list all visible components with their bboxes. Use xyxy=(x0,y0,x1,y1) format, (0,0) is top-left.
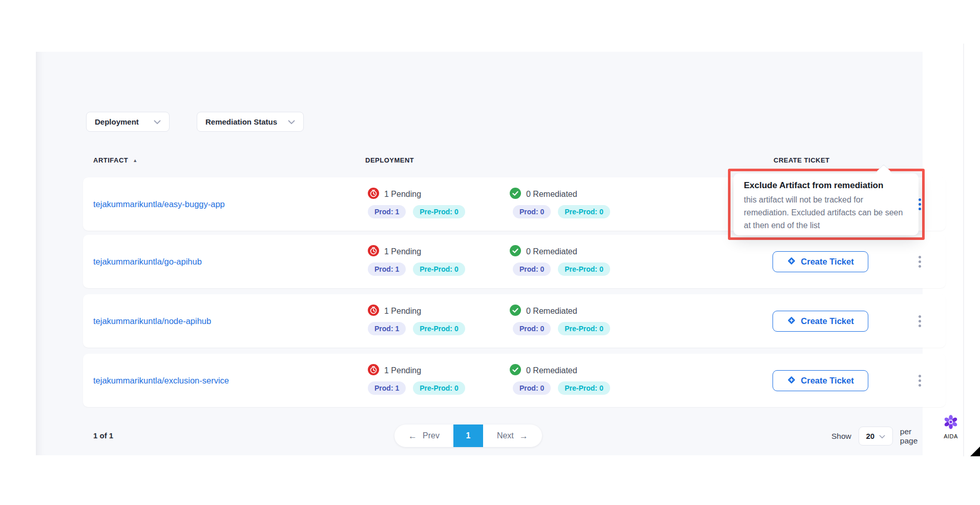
create-ticket-label: Create Ticket xyxy=(801,376,853,386)
page-count-info: 1 of 1 xyxy=(93,431,113,440)
preprod-count-badge: Pre-Prod: 0 xyxy=(413,322,465,335)
pagination-control: ← Prev 1 Next → xyxy=(394,425,542,447)
column-header-create-ticket-label: CREATE TICKET xyxy=(774,156,830,164)
remediated-check-icon xyxy=(510,305,521,318)
sort-ascending-icon: ▲ xyxy=(133,158,137,163)
ticket-diamond-icon xyxy=(787,316,796,327)
show-label: Show xyxy=(831,432,851,441)
tooltip-body: this artifact will not be tracked for re… xyxy=(744,193,908,232)
pending-clock-icon xyxy=(368,364,379,377)
create-ticket-label: Create Ticket xyxy=(801,316,853,326)
page-size-dropdown[interactable]: 20 xyxy=(859,427,893,446)
page-size-value: 20 xyxy=(866,432,874,440)
prod-count-badge: Prod: 1 xyxy=(368,322,406,335)
pending-label: 1 Pending xyxy=(384,366,421,375)
prod-count-badge: Prod: 1 xyxy=(368,381,406,395)
corner-resize-handle-icon xyxy=(970,447,980,456)
artifact-link[interactable]: tejakummarikuntla/node-apihub xyxy=(93,294,211,348)
row-overflow-menu-button[interactable] xyxy=(912,235,927,288)
remediated-status: 0 Remediated xyxy=(510,305,577,318)
artifact-link[interactable]: tejakummarikuntla/go-apihub xyxy=(93,235,202,288)
preprod-count-badge: Pre-Prod: 0 xyxy=(558,381,610,395)
remediation-status-filter-dropdown[interactable]: Remediation Status xyxy=(197,112,304,132)
ticket-diamond-icon xyxy=(787,256,796,268)
prod-count-badge: Prod: 1 xyxy=(368,262,406,276)
remediated-status: 0 Remediated xyxy=(510,188,577,201)
remediated-status: 0 Remediated xyxy=(510,245,577,258)
remediated-label: 0 Remediated xyxy=(526,366,577,375)
prod-count-badge: Prod: 0 xyxy=(513,205,551,218)
chevron-down-icon xyxy=(154,117,161,126)
tooltip-title: Exclude Artifact from remediation xyxy=(744,180,908,191)
preprod-count-badge: Pre-Prod: 0 xyxy=(413,205,465,218)
column-header-deployment-label: DEPLOYMENT xyxy=(365,156,414,164)
pending-clock-icon xyxy=(368,305,379,318)
page: Deployment Remediation Status ARTIFACT ▲… xyxy=(0,0,980,505)
preprod-count-badge: Pre-Prod: 0 xyxy=(558,205,610,218)
artifact-link[interactable]: tejakummarikuntla/exclusion-service xyxy=(93,354,229,407)
active-page-button[interactable]: 1 xyxy=(453,425,483,447)
chevron-down-icon xyxy=(879,432,885,440)
table-row: tejakummarikuntla/go-apihub 1 Pending Pr… xyxy=(83,235,946,288)
preprod-count-badge: Pre-Prod: 0 xyxy=(558,322,610,335)
preprod-count-badge: Pre-Prod: 0 xyxy=(413,262,465,276)
chevron-down-icon xyxy=(288,117,295,126)
prod-count-badge: Prod: 0 xyxy=(513,322,551,335)
create-ticket-label: Create Ticket xyxy=(801,257,853,267)
deployment-filter-label: Deployment xyxy=(95,117,139,126)
scrollbar-track[interactable] xyxy=(963,44,964,456)
arrow-right-icon: → xyxy=(519,432,528,440)
pending-clock-icon xyxy=(368,188,379,201)
preprod-count-badge: Pre-Prod: 0 xyxy=(413,381,465,395)
pending-status: 1 Pending xyxy=(368,188,421,201)
pending-status: 1 Pending xyxy=(368,245,421,258)
table-row: tejakummarikuntla/exclusion-service 1 Pe… xyxy=(83,354,946,407)
preprod-count-badge: Pre-Prod: 0 xyxy=(558,262,610,276)
ticket-diamond-icon xyxy=(787,375,796,387)
table-row: tejakummarikuntla/node-apihub 1 Pending … xyxy=(83,294,946,348)
pending-status: 1 Pending xyxy=(368,364,421,377)
pending-label: 1 Pending xyxy=(384,247,421,256)
column-header-artifact[interactable]: ARTIFACT ▲ xyxy=(93,156,138,164)
row-overflow-menu-button[interactable] xyxy=(912,354,927,407)
remediated-check-icon xyxy=(510,364,521,377)
artifact-link[interactable]: tejakummarikuntla/easy-buggy-app xyxy=(93,177,225,231)
aida-logo-icon xyxy=(943,422,958,431)
prod-count-badge: Prod: 0 xyxy=(513,262,551,276)
per-page-label: per page xyxy=(900,427,923,446)
content-panel: Deployment Remediation Status ARTIFACT ▲… xyxy=(36,52,923,455)
remediated-check-icon xyxy=(510,188,521,201)
column-header-artifact-label: ARTIFACT xyxy=(93,156,128,164)
pending-clock-icon xyxy=(368,245,379,258)
exclude-artifact-tooltip: Exclude Artifact from remediation this a… xyxy=(734,173,919,235)
remediated-status: 0 Remediated xyxy=(510,364,577,377)
arrow-left-icon: ← xyxy=(408,432,417,440)
create-ticket-button[interactable]: Create Ticket xyxy=(773,311,868,332)
prev-page-label: Prev xyxy=(423,431,440,440)
page-size-control: Show 20 per page xyxy=(831,427,923,446)
remediated-check-icon xyxy=(510,245,521,258)
column-header-create-ticket: CREATE TICKET xyxy=(774,156,830,164)
create-ticket-button[interactable]: Create Ticket xyxy=(773,370,868,391)
remediated-label: 0 Remediated xyxy=(526,190,577,199)
row-overflow-menu-button[interactable] xyxy=(912,294,927,348)
aida-assistant-button[interactable]: AIDA xyxy=(939,414,963,439)
aida-logo-label: AIDA xyxy=(939,433,963,439)
deployment-filter-dropdown[interactable]: Deployment xyxy=(86,112,170,132)
column-header-deployment: DEPLOYMENT xyxy=(365,156,414,164)
next-page-label: Next xyxy=(497,431,514,440)
next-page-button[interactable]: Next → xyxy=(483,425,542,447)
pending-label: 1 Pending xyxy=(384,190,421,199)
pending-label: 1 Pending xyxy=(384,307,421,316)
prod-count-badge: Prod: 1 xyxy=(368,205,406,218)
remediated-label: 0 Remediated xyxy=(526,307,577,316)
remediation-status-filter-label: Remediation Status xyxy=(205,117,277,126)
remediated-label: 0 Remediated xyxy=(526,247,577,256)
prod-count-badge: Prod: 0 xyxy=(513,381,551,395)
create-ticket-button[interactable]: Create Ticket xyxy=(773,251,868,272)
pending-status: 1 Pending xyxy=(368,305,421,318)
prev-page-button[interactable]: ← Prev xyxy=(394,425,453,447)
